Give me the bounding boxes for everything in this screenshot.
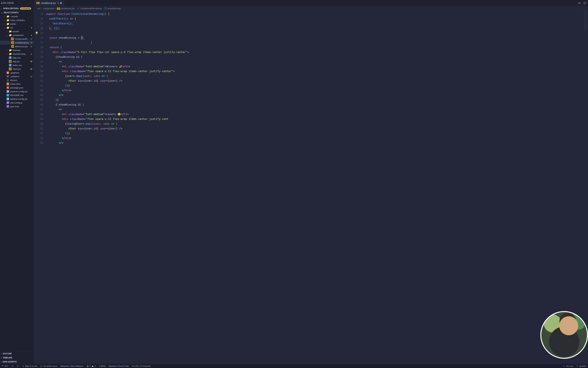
line-number: 53 [34, 136, 46, 140]
tree-file[interactable]: JS main.jsxM [0, 67, 34, 71]
code-line[interactable]: </> [46, 93, 588, 98]
status-loc[interactable]: 52 LOC, 0 Comment [132, 365, 150, 367]
tree-file[interactable]: 5 index.html [0, 82, 34, 86]
status-golive[interactable]: Go Live [563, 365, 573, 367]
code-line[interactable] [46, 31, 588, 36]
code-line[interactable]: const showWinning = 0; [46, 36, 588, 40]
tree-file[interactable]: N package.json [0, 86, 34, 90]
tree-item-label: public [10, 23, 16, 25]
breadcrumb-segment[interactable]: ConditionalRendering [77, 7, 102, 10]
js-file-icon: JS [57, 8, 60, 10]
sidebar-panel[interactable]: ›NPM SCRIPTS [0, 360, 34, 364]
line-number: 38 [34, 64, 46, 69]
tree-file[interactable]: JS conditional.jsxU [0, 41, 34, 45]
breadcrumb-segment[interactable]: component [43, 7, 54, 10]
copilot-icon[interactable] [578, 1, 581, 5]
tree-item-label: App.css [13, 56, 20, 59]
project-section[interactable]: ⌄ REACT-DONTS [0, 11, 34, 15]
quokka-icon [576, 365, 578, 367]
code-line[interactable]: ))} [46, 83, 588, 88]
code-line[interactable]: return ( [46, 45, 588, 50]
code-line[interactable]: <User key={user.id} user={user} /> [46, 78, 588, 83]
line-number: 💡31 [34, 31, 46, 36]
code-line[interactable]: fetchUsers(); [46, 21, 588, 26]
status-sync[interactable] [11, 365, 13, 367]
code-line[interactable]: <> [46, 107, 588, 112]
code-line[interactable]: </div> [46, 136, 588, 140]
sidebar: › OPEN EDITORS 1 unsaved ⌄ REACT-DONTS ›… [0, 6, 34, 364]
panel-label: TIMELINE [3, 357, 12, 359]
lightbulb-icon[interactable]: 💡 [35, 31, 38, 36]
breadcrumb-segment[interactable]: src [37, 7, 40, 10]
tree-file[interactable]: JS debounce.jsxU [0, 45, 34, 48]
status-cloud[interactable] [17, 365, 19, 367]
minimap[interactable] [584, 11, 587, 30]
tree-folder[interactable]: ›📁 sharedComp… [0, 52, 34, 56]
tree-item-label: src [10, 27, 13, 29]
tree-folder[interactable]: ›📁 assets [0, 29, 34, 33]
code-line[interactable]: ))} [46, 131, 588, 136]
tree-file[interactable]: Y yarn.lock [0, 104, 34, 108]
tree-file[interactable]: ⚙ tailwind.config.cjs [0, 97, 34, 101]
breadcrumb[interactable]: src › component › JS conditional.jsx › C… [34, 6, 588, 11]
editor-tab-conditional[interactable]: JS conditional.jsx U [34, 0, 64, 6]
code-line[interactable]: {users.map((user, idx) => ( [46, 74, 588, 78]
code-line[interactable]: <div className="flex space-x-12 flex-wra… [46, 117, 588, 121]
tree-folder[interactable]: ›📁 .vscode [0, 15, 34, 18]
code-line[interactable]: <div className="h-full flex flex-col spa… [46, 50, 588, 55]
status-problems[interactable]: 0 0 [87, 365, 96, 367]
code-line[interactable]: }, []); [46, 26, 588, 31]
tree-file[interactable]: P .prettierrcU [0, 74, 34, 78]
breadcrumb-segment[interactable]: showWinning [105, 7, 121, 10]
status-no-issue[interactable]: No active issue [40, 365, 57, 367]
code-line[interactable]: {losingUsers.map((user, idx) => ( [46, 121, 588, 126]
css-file-icon: # [9, 64, 12, 66]
split-editor-icon[interactable] [583, 1, 586, 5]
git-status-badge: M [30, 68, 32, 70]
code-line[interactable]: useEffect(() => { [46, 16, 588, 21]
tree-file[interactable]: # index.css [0, 63, 34, 67]
tree-file[interactable]: ◆ .gitignore [0, 71, 34, 74]
tree-folder[interactable]: ›📁 fetchers [0, 48, 34, 52]
open-editors-section[interactable]: › OPEN EDITORS 1 unsaved [0, 6, 34, 11]
tree-file[interactable]: ⚙ postcss.config.cjs [0, 90, 34, 93]
code-line[interactable]: <> [46, 59, 588, 64]
code-line[interactable]: {!showWinning && ( [46, 102, 588, 107]
breadcrumb-separator-icon: › [103, 7, 103, 10]
sidebar-panel[interactable]: ›TIMELINE [0, 356, 34, 360]
code-line[interactable]: <h1 className="font-medium">Winners 🎉</h… [46, 64, 588, 69]
tree-folder[interactable]: ›📁 public [0, 22, 34, 26]
code-line[interactable]: )} [46, 98, 588, 102]
tree-folder[interactable]: ›📁 node_modules [0, 18, 34, 22]
status-quokka[interactable]: Quokka [576, 365, 586, 367]
line-number: 18 [34, 12, 46, 16]
breadcrumb-segment[interactable]: JS conditional.jsx [57, 7, 75, 10]
status-bitbucket[interactable]: Bitbucket: Islem Maboud: [61, 365, 83, 367]
tree-file[interactable]: ⚡ vite.config.js [0, 101, 34, 104]
status-branch[interactable]: ain* [2, 365, 8, 367]
code-line[interactable]: </> [46, 140, 588, 145]
code-line[interactable]: </div> [46, 88, 588, 93]
git-status-badge [31, 27, 32, 29]
status-jira-signin[interactable]: Sign in to Jira [22, 365, 37, 367]
chevron-icon: › [6, 30, 8, 33]
tree-file[interactable]: {} db.json [0, 78, 34, 82]
code-line[interactable]: <h1 className="font-medium">Losers 😥</h1… [46, 112, 588, 117]
sidebar-panel[interactable]: ›OUTLINE [0, 352, 34, 356]
code-line[interactable] [46, 40, 588, 45]
tree-file[interactable]: JS componentR…U [0, 37, 34, 41]
tree-file[interactable]: JS App.jsxM [0, 60, 34, 63]
tree-item-label: postcss.config.cjs [10, 90, 28, 93]
code-line[interactable]: <div className="flex space-x-12 flex-wra… [46, 69, 588, 74]
status-filesize[interactable]: 1.58KB [99, 365, 105, 367]
code-line[interactable]: {showWinning && ( [46, 55, 588, 59]
status-blackbox[interactable]: Blackbox Found Code [109, 365, 129, 367]
tree-file[interactable]: i README.md [0, 93, 34, 97]
tree-folder[interactable]: ⌄📁 component [0, 33, 34, 37]
tree-folder[interactable]: ⌄📁 src [0, 26, 34, 29]
tree-file[interactable]: # App.css [0, 56, 34, 60]
code-line[interactable]: <User key={user.id} user={user} /> [46, 126, 588, 131]
code-line[interactable]: export function ConditionalRendering() { [46, 12, 588, 16]
code-view[interactable]: export function ConditionalRendering() {… [46, 11, 588, 364]
explorer-more-icon[interactable]: ··· [29, 1, 33, 5]
